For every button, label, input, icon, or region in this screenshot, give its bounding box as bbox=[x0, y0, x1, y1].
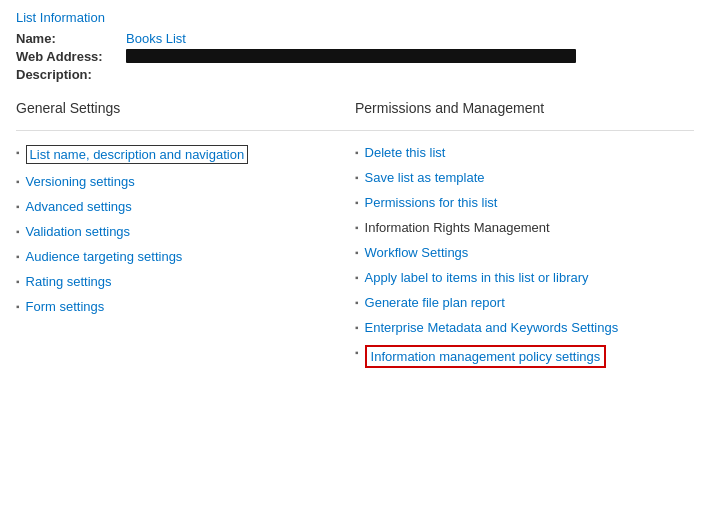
info-management-policy-link[interactable]: Information management policy settings bbox=[371, 349, 601, 364]
permissions-links-list: ▪ Delete this list ▪ Save list as templa… bbox=[355, 145, 694, 368]
bullet-icon: ▪ bbox=[355, 197, 359, 208]
irm-text: Information Rights Management bbox=[365, 220, 550, 235]
list-info-breadcrumb: List Information bbox=[16, 10, 694, 25]
list-item: ▪ Rating settings bbox=[16, 274, 355, 289]
bullet-icon: ▪ bbox=[16, 147, 20, 158]
bullet-icon: ▪ bbox=[16, 251, 20, 262]
rating-settings-link[interactable]: Rating settings bbox=[26, 274, 112, 289]
list-item: ▪ Information management policy settings bbox=[355, 345, 694, 368]
list-item: ▪ Permissions for this list bbox=[355, 195, 694, 210]
breadcrumb-text: List Information bbox=[16, 10, 105, 25]
list-name-nav-link-wrapper[interactable]: List name, description and navigation bbox=[26, 145, 249, 164]
list-item: ▪ Form settings bbox=[16, 299, 355, 314]
enterprise-metadata-link[interactable]: Enterprise Metadata and Keywords Setting… bbox=[365, 320, 619, 335]
webaddress-label: Web Address: bbox=[16, 49, 126, 64]
bullet-icon: ▪ bbox=[16, 226, 20, 237]
list-item: ▪ Workflow Settings bbox=[355, 245, 694, 260]
name-value: Books List bbox=[126, 31, 186, 46]
webaddress-row: Web Address: bbox=[16, 49, 694, 64]
description-row: Description: bbox=[16, 67, 694, 82]
name-label: Name: bbox=[16, 31, 126, 46]
list-item: ▪ Generate file plan report bbox=[355, 295, 694, 310]
form-settings-link[interactable]: Form settings bbox=[26, 299, 105, 314]
list-information-table: Name: Books List Web Address: Descriptio… bbox=[16, 31, 694, 82]
settings-sections: General Settings ▪ List name, descriptio… bbox=[16, 100, 694, 378]
apply-label-link[interactable]: Apply label to items in this list or lib… bbox=[365, 270, 589, 285]
info-management-policy-wrapper[interactable]: Information management policy settings bbox=[365, 345, 607, 368]
permissions-title: Permissions and Management bbox=[355, 100, 694, 116]
versioning-settings-link[interactable]: Versioning settings bbox=[26, 174, 135, 189]
general-settings-title: General Settings bbox=[16, 100, 355, 116]
bullet-icon: ▪ bbox=[355, 322, 359, 333]
bullet-icon: ▪ bbox=[355, 147, 359, 158]
webaddress-redacted bbox=[126, 49, 576, 63]
bullet-icon: ▪ bbox=[16, 301, 20, 312]
bullet-icon: ▪ bbox=[355, 172, 359, 183]
bullet-icon: ▪ bbox=[355, 297, 359, 308]
file-plan-link[interactable]: Generate file plan report bbox=[365, 295, 505, 310]
description-label: Description: bbox=[16, 67, 126, 82]
list-item: ▪ Versioning settings bbox=[16, 174, 355, 189]
list-item: ▪ Enterprise Metadata and Keywords Setti… bbox=[355, 320, 694, 335]
list-name-nav-link[interactable]: List name, description and navigation bbox=[30, 147, 245, 162]
workflow-settings-link[interactable]: Workflow Settings bbox=[365, 245, 469, 260]
bullet-icon: ▪ bbox=[355, 247, 359, 258]
bullet-icon: ▪ bbox=[16, 176, 20, 187]
general-settings-section: General Settings ▪ List name, descriptio… bbox=[16, 100, 355, 378]
validation-settings-link[interactable]: Validation settings bbox=[26, 224, 131, 239]
permissions-list-link[interactable]: Permissions for this list bbox=[365, 195, 498, 210]
bullet-icon: ▪ bbox=[355, 347, 359, 358]
list-item: ▪ Apply label to items in this list or l… bbox=[355, 270, 694, 285]
list-item: ▪ Validation settings bbox=[16, 224, 355, 239]
list-item: ▪ Save list as template bbox=[355, 170, 694, 185]
delete-list-link[interactable]: Delete this list bbox=[365, 145, 446, 160]
permissions-section: Permissions and Management ▪ Delete this… bbox=[355, 100, 694, 378]
audience-targeting-link[interactable]: Audience targeting settings bbox=[26, 249, 183, 264]
general-links-list: ▪ List name, description and navigation … bbox=[16, 145, 355, 314]
permissions-divider bbox=[355, 130, 694, 131]
bullet-icon: ▪ bbox=[355, 272, 359, 283]
name-row: Name: Books List bbox=[16, 31, 694, 46]
list-item: ▪ Audience targeting settings bbox=[16, 249, 355, 264]
general-divider bbox=[16, 130, 355, 131]
list-item: ▪ Advanced settings bbox=[16, 199, 355, 214]
bullet-icon: ▪ bbox=[16, 201, 20, 212]
list-item: ▪ List name, description and navigation bbox=[16, 145, 355, 164]
list-item: ▪ Information Rights Management bbox=[355, 220, 694, 235]
save-template-link[interactable]: Save list as template bbox=[365, 170, 485, 185]
bullet-icon: ▪ bbox=[16, 276, 20, 287]
advanced-settings-link[interactable]: Advanced settings bbox=[26, 199, 132, 214]
list-item: ▪ Delete this list bbox=[355, 145, 694, 160]
bullet-icon: ▪ bbox=[355, 222, 359, 233]
